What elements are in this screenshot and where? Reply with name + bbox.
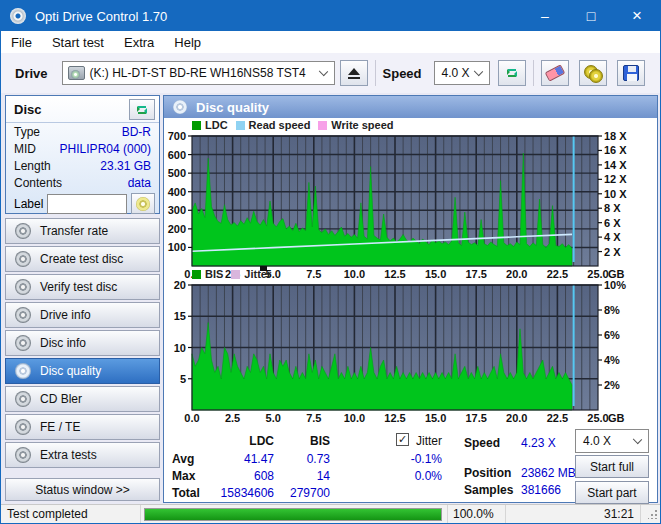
sidebar-item-transfer-rate[interactable]: Transfer rate xyxy=(5,218,160,244)
menu-extra[interactable]: Extra xyxy=(114,31,164,53)
start-full-button[interactable]: Start full xyxy=(575,455,649,478)
svg-text:600: 600 xyxy=(168,149,186,161)
cd-icon xyxy=(15,391,31,407)
sidebar-item-create-test-disc[interactable]: Create test disc xyxy=(5,246,160,272)
jitter-checkbox-label: Jitter xyxy=(416,434,442,448)
disc-type-label: Type xyxy=(14,124,40,140)
sidebar-item-disc-quality[interactable]: Disc quality xyxy=(5,358,160,384)
svg-text:14 X: 14 X xyxy=(604,159,627,171)
cd-icon xyxy=(15,223,31,239)
legend-swatch xyxy=(318,121,327,130)
toolbar-separator xyxy=(533,60,534,86)
sidebar-item-label: Disc quality xyxy=(40,364,101,378)
batch-test-button[interactable] xyxy=(579,60,607,86)
save-button[interactable] xyxy=(617,60,645,86)
cd-icon xyxy=(15,335,31,351)
disc-info-panel: Disc Type BD-R MID PHILIPR04 (000) Lengt… xyxy=(5,95,160,214)
cd-icon xyxy=(136,197,150,211)
eraser-icon xyxy=(544,64,565,81)
max-row-label: Max xyxy=(172,469,195,483)
toolbar-speed-select[interactable]: 4.0 X xyxy=(434,61,490,85)
cd-icon xyxy=(15,279,31,295)
progress-bar xyxy=(144,508,442,521)
legend-marker xyxy=(260,266,267,271)
progress-fill xyxy=(145,509,441,520)
window-title: Opti Drive Control 1.70 xyxy=(35,9,167,24)
avg-row-label: Avg xyxy=(172,452,194,466)
discs-icon xyxy=(584,65,602,81)
stats-area: LDC BIS Avg Max Total 41.47 608 15834606… xyxy=(164,426,657,504)
sidebar-item-extra-tests[interactable]: Extra tests xyxy=(5,442,160,468)
svg-text:200: 200 xyxy=(168,223,186,235)
disc-contents-label: Contents xyxy=(14,175,62,191)
app-disc-icon xyxy=(10,8,26,24)
svg-text:4 X: 4 X xyxy=(604,231,621,243)
drive-label: Drive xyxy=(15,66,48,81)
disc-label-label: Label xyxy=(14,197,43,211)
drive-select[interactable]: (K:) HL-DT-ST BD-RE WH16NS58 TST4 xyxy=(62,61,335,85)
svg-text:17.5: 17.5 xyxy=(465,412,486,424)
test-speed-select[interactable]: 4.0 X xyxy=(575,429,649,453)
maximize-button[interactable]: □ xyxy=(568,1,614,31)
progress-cell xyxy=(141,505,448,523)
drive-icon xyxy=(68,66,85,80)
svg-text:2%: 2% xyxy=(604,379,620,391)
legend-swatch xyxy=(192,270,201,279)
sidebar-item-drive-info[interactable]: Drive info xyxy=(5,302,160,328)
eject-icon xyxy=(348,68,360,79)
avg-jitter-value: -0.1% xyxy=(382,452,442,466)
avg-bis-value: 0.73 xyxy=(280,452,330,466)
chevron-down-icon xyxy=(633,435,642,444)
max-jitter-value: 0.0% xyxy=(382,469,442,483)
svg-text:GB: GB xyxy=(608,412,625,424)
statusbar: Test completed 100.0% 31:21 xyxy=(1,504,660,523)
disc-contents-row: Contents data xyxy=(6,174,159,191)
sidebar: Disc Type BD-R MID PHILIPR04 (000) Lengt… xyxy=(5,95,160,505)
refresh-icon xyxy=(504,65,520,81)
menu-help[interactable]: Help xyxy=(164,31,211,53)
sidebar-item-fe-te[interactable]: FE / TE xyxy=(5,414,160,440)
refresh-speed-button[interactable] xyxy=(498,60,526,86)
disc-contents-value: data xyxy=(128,175,151,191)
jitter-checkbox[interactable]: ✓ xyxy=(396,433,409,446)
total-ldc-value: 15834606 xyxy=(204,486,274,500)
sidebar-item-label: Transfer rate xyxy=(40,224,108,238)
progress-percent-cell: 100.0% xyxy=(448,505,506,523)
elapsed-time: 31:21 xyxy=(604,507,634,521)
disc-label-input[interactable] xyxy=(47,194,127,214)
sidebar-item-label: Drive info xyxy=(40,308,91,322)
svg-text:700: 700 xyxy=(168,130,186,142)
panel-header: Disc quality xyxy=(164,96,657,118)
titlebar: Opti Drive Control 1.70 – □ × xyxy=(1,1,660,31)
cd-icon xyxy=(15,251,31,267)
disc-label-button[interactable] xyxy=(131,193,155,214)
test-speed-value: 4.0 X xyxy=(583,434,611,448)
svg-text:400: 400 xyxy=(168,186,186,198)
svg-text:20: 20 xyxy=(174,279,186,291)
close-button[interactable]: × xyxy=(614,1,660,31)
sidebar-item-cd-bler[interactable]: CD Bler xyxy=(5,386,160,412)
svg-text:2.5: 2.5 xyxy=(225,412,240,424)
menu-start-test[interactable]: Start test xyxy=(42,31,114,53)
menu-file[interactable]: File xyxy=(1,31,42,53)
disc-length-row: Length 23.31 GB xyxy=(6,157,159,174)
position-info-label: Position xyxy=(464,466,511,480)
svg-text:2 X: 2 X xyxy=(604,246,621,258)
sidebar-item-disc-info[interactable]: Disc info xyxy=(5,330,160,356)
svg-text:10%: 10% xyxy=(604,279,626,291)
resize-grip[interactable] xyxy=(648,509,658,519)
disc-mid-row: MID PHILIPR04 (000) xyxy=(6,140,159,157)
svg-text:8%: 8% xyxy=(604,304,620,316)
eject-button[interactable] xyxy=(340,60,368,86)
sidebar-item-verify-test-disc[interactable]: Verify test disc xyxy=(5,274,160,300)
start-part-button[interactable]: Start part xyxy=(575,481,649,504)
toolbar-separator xyxy=(375,60,376,86)
status-window-button[interactable]: Status window >> xyxy=(5,478,160,501)
refresh-disc-button[interactable] xyxy=(129,99,155,120)
disc-length-label: Length xyxy=(14,158,51,174)
erase-disc-button[interactable] xyxy=(541,60,569,86)
minimize-button[interactable]: – xyxy=(522,1,568,31)
disc-type-value: BD-R xyxy=(122,124,151,140)
svg-text:10.0: 10.0 xyxy=(344,412,365,424)
sidebar-item-label: FE / TE xyxy=(40,420,80,434)
